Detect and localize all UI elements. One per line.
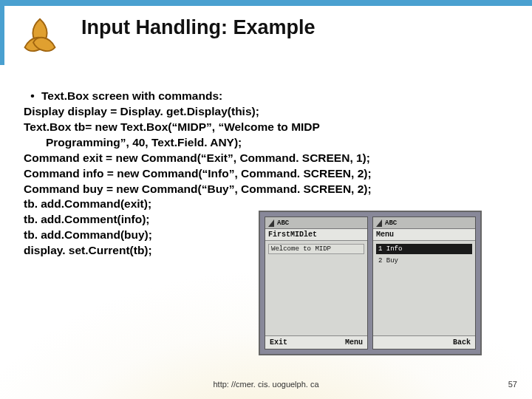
phone-screenshots: ABC FirstMIDlet Welcome to MIDP Exit Men…: [259, 211, 482, 355]
bullet-text: Text.Box screen with commands:: [41, 89, 222, 104]
code-line-continuation: Programming”, 40, Text.Field. ANY);: [24, 135, 495, 151]
code-line: Display display = Display. get.Display(t…: [24, 104, 495, 120]
page-number: 57: [508, 380, 517, 389]
bullet-icon: •: [24, 89, 41, 104]
signal-icon: [376, 219, 382, 227]
menu-item-selected[interactable]: 1 Info: [376, 244, 472, 254]
phone-left: ABC FirstMIDlet Welcome to MIDP Exit Men…: [265, 216, 368, 349]
code-line: Command exit = new Command(“Exit”, Comma…: [24, 151, 495, 166]
phone-screen-title: Menu: [373, 229, 475, 241]
phone-softkeys: Exit Menu: [265, 335, 367, 349]
footer-url: http: //cmer. cis. uoguelph. ca: [0, 380, 532, 389]
phone-right: ABC Menu 1 Info 2 Buy Back: [372, 216, 476, 349]
phone-status-bar: ABC: [265, 217, 367, 229]
textbox-content: Welcome to MIDP: [268, 244, 364, 254]
signal-icon: [268, 219, 274, 227]
phone-menu-body: 1 Info 2 Buy: [373, 241, 475, 335]
softkey-right[interactable]: Back: [453, 338, 471, 347]
input-mode-indicator: ABC: [277, 219, 289, 227]
softkey-left[interactable]: Exit: [270, 338, 287, 347]
code-line: Command info = new Command(“Info”, Comma…: [24, 166, 495, 182]
phone-body: Welcome to MIDP: [265, 241, 367, 335]
softkey-right[interactable]: Menu: [345, 338, 363, 347]
phone-screen-title: FirstMIDlet: [265, 229, 367, 241]
phone-softkeys: Back: [373, 335, 475, 349]
input-mode-indicator: ABC: [385, 219, 397, 227]
code-line: Command buy = new Command(“Buy”, Command…: [24, 182, 495, 197]
menu-item[interactable]: 2 Buy: [376, 256, 472, 266]
accent-top-bar: [0, 0, 532, 6]
phone-status-bar: ABC: [373, 217, 475, 229]
code-line: Text.Box tb= new Text.Box(“MIDP”, “Welco…: [24, 120, 495, 135]
slide-title: Input Handling: Example: [81, 16, 316, 39]
accent-left-bar: [0, 6, 4, 65]
triquetra-logo-icon: [16, 13, 64, 61]
